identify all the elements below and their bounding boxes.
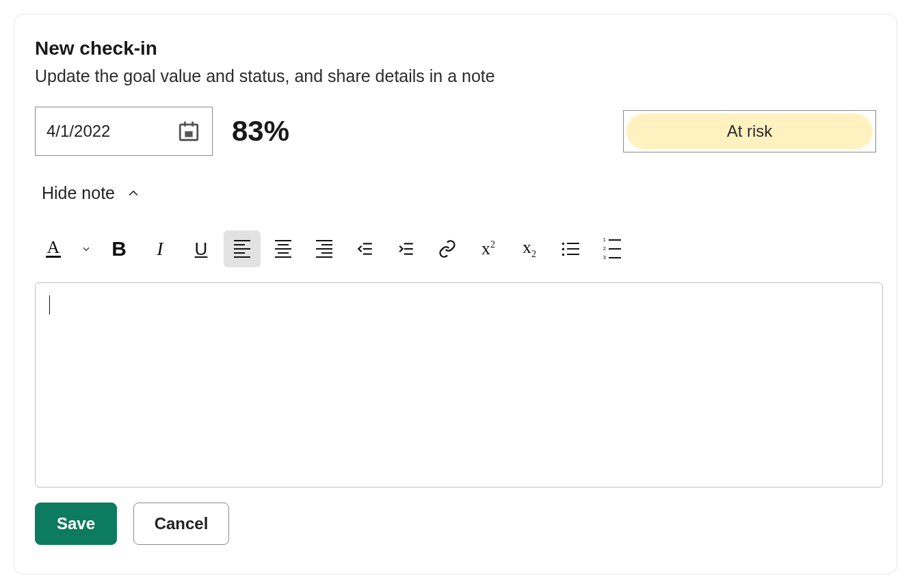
superscript-button[interactable]: x2	[470, 230, 507, 267]
outdent-button[interactable]	[347, 230, 384, 267]
bold-button[interactable]: B	[101, 230, 137, 267]
value-row: 4/1/2022 83% At risk	[35, 107, 876, 156]
hide-note-toggle[interactable]: Hide note	[34, 179, 149, 207]
link-button[interactable]	[429, 230, 466, 267]
underline-icon: U	[195, 239, 208, 260]
editor-toolbar: A B I U	[35, 225, 876, 282]
status-chip: At risk	[626, 113, 873, 149]
indent-button[interactable]	[388, 230, 425, 267]
calendar-icon	[176, 119, 201, 144]
chevron-up-icon	[126, 186, 141, 201]
bulleted-list-button[interactable]	[552, 230, 589, 267]
subscript-button[interactable]: x2	[511, 230, 548, 267]
align-center-icon	[275, 240, 291, 258]
align-right-icon	[316, 240, 332, 258]
progress-value: 83%	[232, 115, 289, 148]
cancel-button[interactable]: Cancel	[133, 503, 229, 545]
text-cursor	[49, 295, 50, 315]
hide-note-label: Hide note	[42, 183, 115, 203]
align-left-button[interactable]	[224, 230, 261, 267]
superscript-icon: x2	[481, 239, 495, 259]
italic-icon: I	[157, 238, 163, 260]
numbered-list-button[interactable]: 1 2 3	[593, 230, 630, 267]
note-textarea[interactable]	[35, 282, 883, 487]
save-button[interactable]: Save	[35, 503, 117, 545]
status-label: At risk	[727, 122, 773, 141]
status-select[interactable]: At risk	[623, 110, 876, 152]
align-left-icon	[234, 240, 250, 258]
font-color-dropdown[interactable]	[76, 230, 96, 267]
panel-subtitle: Update the goal value and status, and sh…	[35, 66, 876, 86]
save-button-label: Save	[57, 514, 95, 533]
numbered-list-icon: 1 2 3	[602, 237, 621, 260]
bold-icon: B	[111, 237, 127, 260]
check-in-card: New check-in Update the goal value and s…	[14, 14, 897, 574]
link-icon	[438, 239, 457, 258]
cancel-button-label: Cancel	[155, 514, 209, 533]
footer-buttons: Save Cancel	[35, 503, 876, 545]
italic-button[interactable]: I	[142, 230, 179, 267]
date-input[interactable]: 4/1/2022	[35, 107, 213, 156]
date-value: 4/1/2022	[47, 122, 176, 141]
svg-rect-1	[184, 122, 186, 126]
chevron-down-icon	[81, 244, 91, 254]
panel-title: New check-in	[35, 38, 876, 59]
underline-button[interactable]: U	[183, 230, 220, 267]
bulleted-list-icon	[562, 243, 579, 256]
indent-icon	[397, 240, 415, 258]
align-right-button[interactable]	[306, 230, 343, 267]
svg-rect-2	[192, 122, 194, 126]
subscript-icon: x2	[523, 237, 536, 260]
align-center-button[interactable]	[265, 230, 302, 267]
font-color-button[interactable]: A	[35, 230, 72, 267]
font-color-icon: A	[46, 241, 61, 258]
svg-rect-3	[185, 131, 192, 137]
outdent-icon	[356, 240, 374, 258]
